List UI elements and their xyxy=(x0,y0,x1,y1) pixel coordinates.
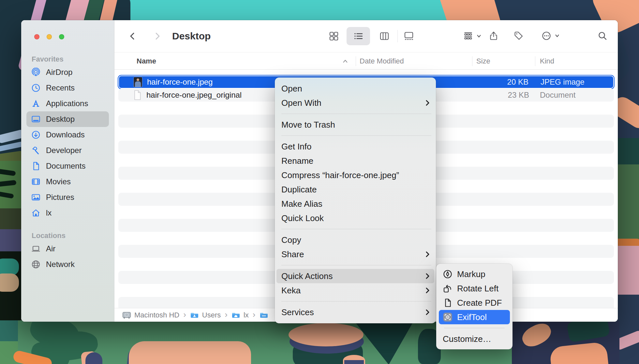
column-divider[interactable] xyxy=(535,56,535,66)
minimize-button[interactable] xyxy=(47,34,52,39)
document-icon xyxy=(31,161,41,171)
submenu-item-label: Markup xyxy=(457,269,485,279)
column-header-size[interactable]: Size xyxy=(476,52,490,70)
column-header-kind[interactable]: Kind xyxy=(540,52,554,70)
column-divider[interactable] xyxy=(356,56,356,66)
search-icon xyxy=(598,31,607,41)
sidebar-item-downloads[interactable]: Downloads xyxy=(26,127,109,143)
clock-icon xyxy=(31,83,41,92)
chevron-right-icon xyxy=(152,28,162,44)
menu-item-label: Services xyxy=(281,307,314,317)
submenu-item-label: ExifTool xyxy=(457,312,487,322)
menu-item-open-with[interactable]: Open With xyxy=(275,96,436,110)
sidebar-item-label: Recents xyxy=(46,83,75,92)
sidebar-item-label: Desktop xyxy=(46,115,75,124)
gallery-view-button[interactable] xyxy=(404,31,414,41)
sidebar-item-label: Applications xyxy=(46,99,88,108)
sidebar-item-pictures[interactable]: Pictures xyxy=(26,189,109,205)
tag-button[interactable] xyxy=(514,31,524,41)
share-button[interactable] xyxy=(489,31,498,41)
more-actions-button[interactable] xyxy=(542,31,560,41)
ellipsis-circle-icon xyxy=(542,31,551,41)
sort-ascending-icon xyxy=(343,59,348,63)
menu-item-label: Compress “hair-force-one.jpeg” xyxy=(281,170,399,180)
sidebar-item-air[interactable]: Air xyxy=(26,241,109,257)
folder-home-icon xyxy=(231,311,240,319)
sidebar-item-label: lx xyxy=(46,208,52,217)
path-label: Macintosh HD xyxy=(134,311,179,319)
menu-item-keka[interactable]: Keka xyxy=(275,283,436,298)
gallery-view-icon xyxy=(404,31,414,41)
path-item-folder[interactable] xyxy=(260,311,268,319)
search-button[interactable] xyxy=(598,31,607,41)
column-header-date-modified[interactable]: Date Modified xyxy=(360,52,404,70)
sidebar-item-applications[interactable]: Applications xyxy=(26,96,109,111)
laptop-icon xyxy=(31,244,41,253)
sidebar-item-recents[interactable]: Recents xyxy=(26,80,109,96)
column-header-name[interactable]: Name xyxy=(137,52,156,70)
menu-item-open[interactable]: Open xyxy=(275,81,436,96)
sidebar-item-movies[interactable]: Movies xyxy=(26,174,109,189)
path-item-macintosh-hd[interactable]: Macintosh HD xyxy=(122,311,179,319)
menu-item-quick-actions[interactable]: Quick Actions xyxy=(276,269,434,283)
submenu-item-exiftool[interactable]: ExifTool xyxy=(439,310,510,324)
rotate-left-icon xyxy=(443,284,453,293)
menu-item-copy[interactable]: Copy xyxy=(275,233,436,247)
submenu-item-label: Customize… xyxy=(443,334,491,344)
close-button[interactable] xyxy=(34,34,39,39)
zoom-button[interactable] xyxy=(59,34,64,39)
menu-item-services[interactable]: Services xyxy=(275,305,436,319)
path-item-lx[interactable]: lx xyxy=(231,311,249,319)
forward-button[interactable] xyxy=(152,28,162,44)
list-view-icon xyxy=(353,31,363,41)
sidebar-item-home-lx[interactable]: lx xyxy=(26,205,109,221)
path-label: Users xyxy=(202,311,221,319)
create-pdf-icon xyxy=(443,298,453,308)
sidebar-item-developer[interactable]: Developer xyxy=(26,143,109,158)
desktop-icon xyxy=(31,115,41,124)
airdrop-icon xyxy=(31,68,41,77)
folder-icon xyxy=(260,311,268,319)
app-store-icon xyxy=(31,99,41,108)
menu-item-label: Copy xyxy=(281,235,301,245)
sidebar-item-label: Movies xyxy=(46,177,71,186)
submenu-item-customize[interactable]: Customize… xyxy=(436,332,513,346)
list-view-button[interactable] xyxy=(353,31,363,41)
sidebar-list: Favorites AirDrop Recents xyxy=(21,54,114,272)
list-column-headers: Name Date Modified Size Kind xyxy=(114,52,618,70)
sidebar-item-airdrop[interactable]: AirDrop xyxy=(26,64,109,80)
chevron-down-icon xyxy=(555,33,560,38)
menu-item-duplicate[interactable]: Duplicate xyxy=(275,182,436,197)
column-view-button[interactable] xyxy=(379,31,389,41)
toolbar: Desktop xyxy=(114,20,618,52)
menu-item-label: Duplicate xyxy=(281,185,317,195)
menu-item-share[interactable]: Share xyxy=(275,247,436,261)
back-button[interactable] xyxy=(128,28,138,44)
sidebar-item-documents[interactable]: Documents xyxy=(26,158,109,174)
icon-view-button[interactable] xyxy=(329,31,339,41)
markup-icon xyxy=(443,269,453,279)
hard-drive-icon xyxy=(122,311,131,319)
folder-users-icon xyxy=(190,311,199,319)
menu-item-quick-look[interactable]: Quick Look xyxy=(275,211,436,225)
menu-item-move-to-trash[interactable]: Move to Trash xyxy=(275,118,436,132)
menu-item-compress[interactable]: Compress “hair-force-one.jpeg” xyxy=(275,168,436,182)
column-divider[interactable] xyxy=(472,56,472,66)
submenu-item-rotate-left[interactable]: Rotate Left xyxy=(436,281,513,296)
path-item-users[interactable]: Users xyxy=(190,311,221,319)
sidebar-item-desktop[interactable]: Desktop xyxy=(26,111,109,127)
menu-separator xyxy=(281,229,431,229)
path-chevron: › xyxy=(225,310,228,320)
menu-item-make-alias[interactable]: Make Alias xyxy=(275,197,436,211)
sidebar-item-network[interactable]: Network xyxy=(26,257,109,272)
submenu-item-create-pdf[interactable]: Create PDF xyxy=(436,296,513,310)
submenu-chevron-icon xyxy=(425,287,430,294)
menu-item-get-info[interactable]: Get Info xyxy=(275,139,436,154)
group-by-button[interactable] xyxy=(463,31,482,41)
desktop-screen: Favorites AirDrop Recents xyxy=(0,0,639,364)
menu-item-label: Quick Look xyxy=(281,213,324,223)
submenu-item-markup[interactable]: Markup xyxy=(436,267,513,281)
menu-item-rename[interactable]: Rename xyxy=(275,154,436,168)
submenu-item-label: Rotate Left xyxy=(457,284,498,294)
grid-view-icon xyxy=(329,31,339,41)
